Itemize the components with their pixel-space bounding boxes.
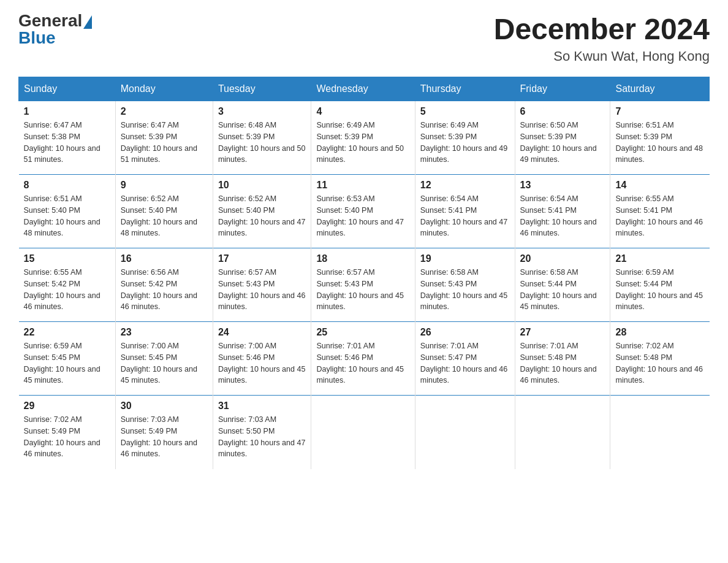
calendar-cell: 19 Sunrise: 6:58 AM Sunset: 5:43 PM Dayl… [415, 248, 515, 322]
day-info: Sunrise: 6:53 AM Sunset: 5:40 PM Dayligh… [316, 193, 409, 239]
day-number: 21 [615, 253, 704, 264]
title-section: December 2024 So Kwun Wat, Hong Kong [494, 12, 710, 64]
calendar-cell [515, 396, 610, 469]
day-info: Sunrise: 6:55 AM Sunset: 5:42 PM Dayligh… [24, 267, 110, 313]
day-info: Sunrise: 6:56 AM Sunset: 5:42 PM Dayligh… [121, 267, 208, 313]
calendar-cell: 11 Sunrise: 6:53 AM Sunset: 5:40 PM Dayl… [311, 175, 415, 248]
day-info: Sunrise: 6:48 AM Sunset: 5:39 PM Dayligh… [218, 120, 306, 166]
calendar-week-row: 15 Sunrise: 6:55 AM Sunset: 5:42 PM Dayl… [19, 248, 710, 322]
calendar-cell [610, 396, 710, 469]
calendar-cell: 9 Sunrise: 6:52 AM Sunset: 5:40 PM Dayli… [115, 175, 213, 248]
calendar-cell: 13 Sunrise: 6:54 AM Sunset: 5:41 PM Dayl… [515, 175, 610, 248]
logo: General Blue [18, 12, 92, 47]
day-number: 7 [615, 106, 704, 117]
day-info: Sunrise: 6:47 AM Sunset: 5:39 PM Dayligh… [121, 120, 208, 166]
day-number: 15 [24, 253, 110, 264]
day-info: Sunrise: 6:59 AM Sunset: 5:44 PM Dayligh… [615, 267, 704, 313]
calendar-cell: 28 Sunrise: 7:02 AM Sunset: 5:48 PM Dayl… [610, 322, 710, 396]
day-info: Sunrise: 6:58 AM Sunset: 5:43 PM Dayligh… [420, 267, 510, 313]
calendar-cell: 27 Sunrise: 7:01 AM Sunset: 5:48 PM Dayl… [515, 322, 610, 396]
day-number: 9 [121, 180, 208, 191]
day-info: Sunrise: 7:01 AM Sunset: 5:47 PM Dayligh… [420, 340, 510, 386]
day-info: Sunrise: 6:55 AM Sunset: 5:41 PM Dayligh… [615, 193, 704, 239]
day-info: Sunrise: 6:50 AM Sunset: 5:39 PM Dayligh… [520, 120, 605, 166]
day-info: Sunrise: 7:00 AM Sunset: 5:46 PM Dayligh… [218, 340, 306, 386]
day-number: 26 [420, 327, 510, 338]
calendar-cell: 7 Sunrise: 6:51 AM Sunset: 5:39 PM Dayli… [610, 101, 710, 175]
day-number: 10 [218, 180, 306, 191]
page-header: General Blue December 2024 So Kwun Wat, … [18, 12, 710, 64]
day-info: Sunrise: 6:54 AM Sunset: 5:41 PM Dayligh… [420, 193, 510, 239]
calendar-cell [311, 396, 415, 469]
day-info: Sunrise: 6:59 AM Sunset: 5:45 PM Dayligh… [24, 340, 110, 386]
calendar-cell: 5 Sunrise: 6:49 AM Sunset: 5:39 PM Dayli… [415, 101, 515, 175]
logo-blue-text: Blue [18, 28, 56, 47]
calendar-cell: 20 Sunrise: 6:58 AM Sunset: 5:44 PM Dayl… [515, 248, 610, 322]
calendar-cell: 18 Sunrise: 6:57 AM Sunset: 5:43 PM Dayl… [311, 248, 415, 322]
day-number: 13 [520, 180, 605, 191]
calendar-week-row: 22 Sunrise: 6:59 AM Sunset: 5:45 PM Dayl… [19, 322, 710, 396]
day-number: 19 [420, 253, 510, 264]
calendar-cell: 16 Sunrise: 6:56 AM Sunset: 5:42 PM Dayl… [115, 248, 213, 322]
day-number: 20 [520, 253, 605, 264]
calendar-cell: 8 Sunrise: 6:51 AM Sunset: 5:40 PM Dayli… [19, 175, 116, 248]
day-number: 27 [520, 327, 605, 338]
column-header-wednesday: Wednesday [311, 77, 415, 101]
day-info: Sunrise: 7:01 AM Sunset: 5:46 PM Dayligh… [316, 340, 409, 386]
day-number: 30 [121, 400, 208, 412]
calendar-cell: 23 Sunrise: 7:00 AM Sunset: 5:45 PM Dayl… [115, 322, 213, 396]
day-number: 25 [316, 327, 409, 338]
calendar-week-row: 1 Sunrise: 6:47 AM Sunset: 5:38 PM Dayli… [19, 101, 710, 175]
column-header-tuesday: Tuesday [213, 77, 311, 101]
column-header-friday: Friday [515, 77, 610, 101]
day-info: Sunrise: 7:02 AM Sunset: 5:48 PM Dayligh… [615, 340, 704, 386]
day-info: Sunrise: 6:49 AM Sunset: 5:39 PM Dayligh… [316, 120, 409, 166]
day-number: 4 [316, 106, 409, 117]
calendar-cell: 29 Sunrise: 7:02 AM Sunset: 5:49 PM Dayl… [19, 396, 116, 469]
calendar-cell: 4 Sunrise: 6:49 AM Sunset: 5:39 PM Dayli… [311, 101, 415, 175]
calendar-cell: 30 Sunrise: 7:03 AM Sunset: 5:49 PM Dayl… [115, 396, 213, 469]
logo-triangle-icon [83, 15, 92, 29]
day-number: 22 [24, 327, 110, 338]
calendar-cell: 12 Sunrise: 6:54 AM Sunset: 5:41 PM Dayl… [415, 175, 515, 248]
calendar-cell: 17 Sunrise: 6:57 AM Sunset: 5:43 PM Dayl… [213, 248, 311, 322]
day-info: Sunrise: 6:52 AM Sunset: 5:40 PM Dayligh… [121, 193, 208, 239]
day-info: Sunrise: 6:47 AM Sunset: 5:38 PM Dayligh… [24, 120, 110, 166]
day-info: Sunrise: 7:01 AM Sunset: 5:48 PM Dayligh… [520, 340, 605, 386]
day-number: 17 [218, 253, 306, 264]
calendar-week-row: 8 Sunrise: 6:51 AM Sunset: 5:40 PM Dayli… [19, 175, 710, 248]
day-info: Sunrise: 6:51 AM Sunset: 5:39 PM Dayligh… [615, 120, 704, 166]
calendar-cell: 3 Sunrise: 6:48 AM Sunset: 5:39 PM Dayli… [213, 101, 311, 175]
calendar-table: SundayMondayTuesdayWednesdayThursdayFrid… [18, 77, 710, 469]
day-number: 11 [316, 180, 409, 191]
day-number: 31 [218, 400, 306, 412]
day-info: Sunrise: 7:00 AM Sunset: 5:45 PM Dayligh… [121, 340, 208, 386]
column-header-saturday: Saturday [610, 77, 710, 101]
calendar-cell: 22 Sunrise: 6:59 AM Sunset: 5:45 PM Dayl… [19, 322, 116, 396]
calendar-cell: 14 Sunrise: 6:55 AM Sunset: 5:41 PM Dayl… [610, 175, 710, 248]
calendar-cell: 1 Sunrise: 6:47 AM Sunset: 5:38 PM Dayli… [19, 101, 116, 175]
day-number: 3 [218, 106, 306, 117]
column-header-monday: Monday [115, 77, 213, 101]
month-title: December 2024 [494, 12, 710, 46]
calendar-cell: 15 Sunrise: 6:55 AM Sunset: 5:42 PM Dayl… [19, 248, 116, 322]
calendar-header-row: SundayMondayTuesdayWednesdayThursdayFrid… [19, 77, 710, 101]
day-info: Sunrise: 6:57 AM Sunset: 5:43 PM Dayligh… [218, 267, 306, 313]
day-number: 23 [121, 327, 208, 338]
calendar-cell: 24 Sunrise: 7:00 AM Sunset: 5:46 PM Dayl… [213, 322, 311, 396]
day-number: 8 [24, 180, 110, 191]
column-header-sunday: Sunday [19, 77, 116, 101]
day-number: 2 [121, 106, 208, 117]
day-number: 14 [615, 180, 704, 191]
day-number: 24 [218, 327, 306, 338]
day-number: 6 [520, 106, 605, 117]
logo-general-text: General [18, 11, 82, 30]
day-info: Sunrise: 7:02 AM Sunset: 5:49 PM Dayligh… [24, 414, 110, 460]
column-header-thursday: Thursday [415, 77, 515, 101]
calendar-cell: 6 Sunrise: 6:50 AM Sunset: 5:39 PM Dayli… [515, 101, 610, 175]
day-number: 5 [420, 106, 510, 117]
day-number: 12 [420, 180, 510, 191]
day-info: Sunrise: 6:52 AM Sunset: 5:40 PM Dayligh… [218, 193, 306, 239]
day-number: 29 [24, 400, 110, 412]
day-info: Sunrise: 6:58 AM Sunset: 5:44 PM Dayligh… [520, 267, 605, 313]
